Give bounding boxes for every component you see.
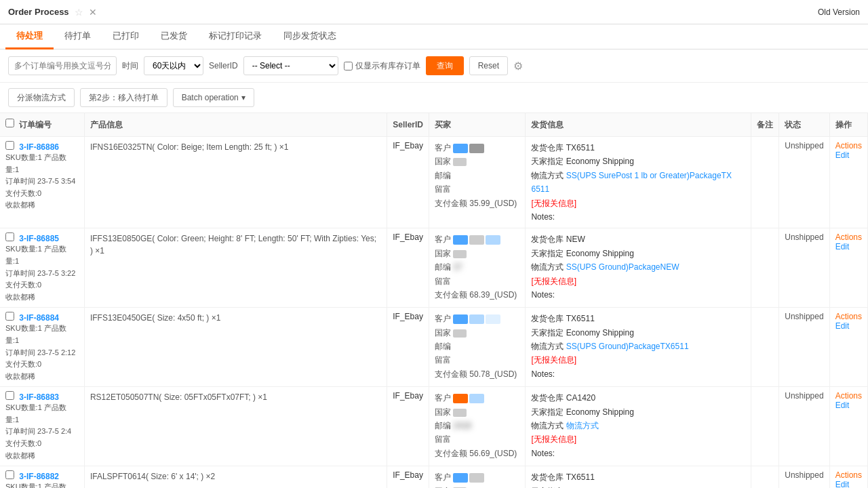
status-badge: Unshipped (785, 470, 823, 480)
product-info: IFFS13E0450GE( Size: 4x50 ft; ) ×1 (90, 312, 381, 324)
top-bar: Order Process ☆ ✕ Old Version (0, 0, 868, 24)
old-version-label: Old Version (818, 7, 860, 17)
step1-button[interactable]: 分派物流方式 (8, 88, 75, 107)
logistics-link[interactable]: SS(UPS Ground)PackageNEW (566, 262, 679, 272)
status-badge: Unshipped (785, 141, 823, 150)
product-info-cell: IFNS16E0325TN( Color: Beige; Item Length… (84, 137, 387, 228)
notes-cell (751, 228, 779, 308)
seller-id-cell: IF_Ebay (387, 137, 429, 228)
stock-only-label: 仅显示有库存订单 (355, 60, 420, 72)
tab-pending-print[interactable]: 待打单 (54, 24, 102, 49)
actions-container: Actions Edit (835, 232, 862, 251)
no-info-label: [无报关信息] (531, 434, 576, 444)
actions-button[interactable]: Actions (835, 312, 862, 321)
row-checkbox-3[interactable] (5, 391, 14, 400)
stock-only-checkbox[interactable] (344, 62, 353, 70)
status-cell: Unshipped (779, 137, 829, 228)
order-id-link[interactable]: 3-IF-86884 (19, 313, 59, 323)
status-cell: Unshipped (779, 387, 829, 466)
buyer-cell: 客户 国家 邮编 CA)92118-7079 留富 支付金额 213.72_(U… (429, 466, 525, 488)
product-info-cell: IFFS13E0850GE( Color: Green; Height: 8' … (84, 228, 387, 308)
tab-printed[interactable]: 已打印 (102, 24, 150, 49)
table-row: 3-IF-86884 SKU数量:1 产品数量:1 订单时间 23-7-5 2:… (0, 308, 868, 387)
filter-icon[interactable]: ⚙ (513, 60, 523, 73)
actions-cell: Actions Edit (829, 308, 867, 387)
shipping-info-cell: 发货仓库 TX6511 天家指定 Economy Shipping 物流方式 S… (526, 308, 751, 387)
col-actions: 操作 (829, 113, 867, 137)
actions-button[interactable]: Actions (835, 232, 862, 242)
logistics-link[interactable]: 物流方式 (566, 421, 599, 430)
status-badge: Unshipped (785, 232, 823, 242)
notes-cell (751, 466, 779, 488)
tab-processing[interactable]: 待处理 (5, 24, 54, 49)
product-info: IFNS16E0325TN( Color: Beige; Item Length… (90, 141, 381, 153)
shipping-info: 发货仓库 TX6511 天家指定 Economy Shipping 物流方式 S… (531, 470, 745, 488)
actions-container: Actions Edit (835, 391, 862, 410)
actions-button[interactable]: Actions (835, 141, 862, 150)
stock-only-checkbox-label[interactable]: 仅显示有库存订单 (344, 60, 420, 72)
tab-sync-status[interactable]: 同步发货状态 (273, 24, 347, 49)
order-meta: SKU数量:1 产品数量:1 订单时间 23-7-5 2:4 支付天数:0 收款… (5, 402, 79, 462)
time-select[interactable]: 60天以内 30天以内 7天以内 (144, 56, 203, 75)
buyer-info: 客户 国家 邮编 37 留富 支付金额 68.39_(USD) (435, 232, 519, 302)
reset-button[interactable]: Reset (469, 56, 508, 75)
buyer-info: 客户 国家 邮编 留富 支付金额 50.78_(USD) (435, 312, 519, 381)
edit-button[interactable]: Edit (835, 401, 850, 410)
col-shipping-info: 发货信息 (526, 113, 751, 137)
buyer-info: 客户 国家 邮编 CA)92118-7079 留富 支付金额 213.72_(U… (435, 470, 519, 488)
batch-operation-button[interactable]: Batch operation ▾ (173, 88, 254, 107)
col-order-id: 订单编号 (0, 113, 84, 137)
address-label: 收款都稀 (5, 451, 35, 460)
seller-id-cell: IF_Ebay (387, 308, 429, 387)
seller-id-value: IF_Ebay (393, 312, 423, 321)
step2-button[interactable]: 第2步：移入待打单 (80, 88, 167, 107)
buyer-info: 客户 国家 邮编 2418 留富 支付金额 56.69_(USD) (435, 391, 519, 460)
order-id-link[interactable]: 3-IF-86882 (19, 472, 59, 481)
status-badge: Unshipped (785, 312, 823, 321)
shipping-info: 发货仓库 TX6511 天家指定 Economy Shipping 物流方式 S… (531, 141, 745, 224)
status-badge: Unshipped (785, 391, 823, 401)
actions-button[interactable]: Actions (835, 470, 862, 480)
row-checkbox-2[interactable] (5, 312, 14, 321)
order-id-link[interactable]: 3-IF-86886 (19, 142, 59, 152)
tab-shipped[interactable]: 已发货 (150, 24, 198, 49)
address-label: 收款都稀 (5, 372, 35, 380)
order-meta: SKU数量:1 产品数量:1 订单时间 23-7-5 3:22 支付天数:0 收… (5, 243, 79, 303)
logistics-link[interactable]: SS(UPS Ground)PackageTX6511 (566, 342, 689, 351)
order-id-link[interactable]: 3-IF-86885 (19, 234, 59, 243)
logistics-link[interactable]: SS(UPS SurePost 1 lb or Greater)PackageT… (531, 171, 731, 194)
table-header-row: 订单编号 产品信息 SellerID 买家 发货信息 备注 状态 操作 (0, 113, 868, 137)
row-checkbox-4[interactable] (5, 470, 14, 479)
notes-cell (751, 308, 779, 387)
search-button[interactable]: 查询 (426, 56, 464, 75)
row-checkbox-0[interactable] (5, 141, 14, 150)
status-cell: Unshipped (779, 466, 829, 488)
select-all-checkbox[interactable] (5, 119, 14, 127)
edit-button[interactable]: Edit (835, 480, 850, 488)
product-info: IFALSPFT0614( Size: 6' x 14'; ) ×2 (90, 470, 381, 483)
buyer-info: 客户 国家 邮编 留富 支付金额 35.99_(USD) (435, 141, 519, 210)
address-label: 收款都稀 (5, 201, 35, 209)
tab-print-records[interactable]: 标记打印记录 (198, 24, 273, 49)
shipping-info: 发货仓库 NEW 天家指定 Economy Shipping 物流方式 SS(U… (531, 232, 745, 302)
row-checkbox-1[interactable] (5, 232, 14, 241)
buyer-cell: 客户 国家 邮编 留富 支付金额 50.78_(USD) (429, 308, 525, 387)
star-icon[interactable]: ☆ (75, 7, 83, 18)
status-cell: Unshipped (779, 228, 829, 308)
actions-container: Actions Edit (835, 312, 862, 331)
edit-button[interactable]: Edit (835, 242, 850, 251)
col-product-info: 产品信息 (84, 113, 387, 137)
order-id-link[interactable]: 3-IF-86883 (19, 392, 59, 402)
filter-bar: 时间 60天以内 30天以内 7天以内 SellerID -- Select -… (0, 49, 868, 83)
actions-button[interactable]: Actions (835, 391, 862, 401)
chevron-down-icon: ▾ (241, 93, 245, 102)
order-meta: SKU数量:1 产品数量:2 订单时间 23-7-5 1:23 支付天数:0 收… (5, 481, 79, 488)
order-meta: SKU数量:1 产品数量:1 订单时间 23-7-5 3:54 支付天数:0 收… (5, 152, 79, 211)
seller-id-select[interactable]: -- Select -- (243, 56, 338, 75)
action-bar: 分派物流方式 第2步：移入待打单 Batch operation ▾ (0, 83, 868, 113)
seller-id-label: SellerID (209, 61, 238, 70)
close-icon[interactable]: ✕ (89, 7, 97, 18)
edit-button[interactable]: Edit (835, 150, 850, 160)
order-number-input[interactable] (8, 56, 117, 75)
edit-button[interactable]: Edit (835, 321, 850, 331)
